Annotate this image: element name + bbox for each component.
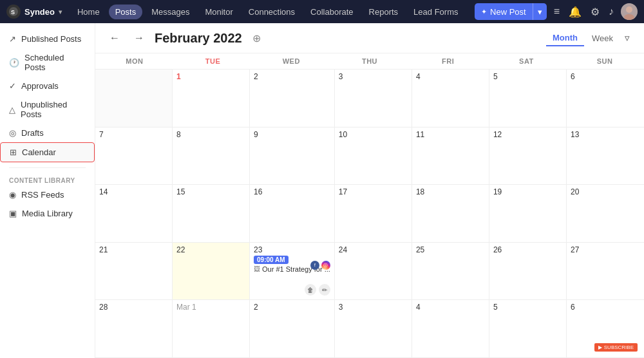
prev-month-button[interactable]: ←: [106, 31, 124, 45]
calendar-cell-14[interactable]: 14: [95, 185, 173, 243]
week-view-button[interactable]: Week: [585, 31, 620, 46]
calendar-cell-24[interactable]: 24: [335, 243, 412, 301]
day-label-tue: TUE: [174, 53, 252, 69]
nav-reports[interactable]: Reports: [363, 5, 405, 19]
app-chevron: ▾: [59, 8, 62, 15]
sidebar-item-rss-feeds[interactable]: ◉ RSS Feeds: [0, 185, 95, 204]
nav-lead-forms[interactable]: Lead Forms: [407, 5, 464, 19]
sidebar-item-approvals[interactable]: ✓ Approvals: [0, 77, 95, 95]
nav-messages[interactable]: Messages: [145, 5, 196, 19]
month-view-button[interactable]: Month: [546, 30, 584, 46]
calendar-header: ← → February 2022 ⊕ Month Week ▿: [95, 23, 644, 53]
nav-posts[interactable]: Posts: [109, 5, 143, 19]
calendar-cell-20[interactable]: 20: [567, 185, 644, 243]
calendar-cell-4[interactable]: 4: [412, 70, 489, 127]
nav-right: ✦ New Post ▾ ≡ 🔔 ⚙ ♪: [475, 3, 638, 20]
nav-connections[interactable]: Connections: [242, 5, 301, 19]
cell-number: 20: [571, 187, 640, 196]
calendar-cell-9[interactable]: 9: [250, 127, 335, 185]
event-edit-icon[interactable]: ✏: [319, 284, 330, 296]
calendar-cell-22[interactable]: 22: [173, 243, 250, 301]
calendar-cell-25[interactable]: 25: [412, 243, 489, 301]
calendar-cell-31[interactable]: 3: [335, 300, 412, 358]
calendar-cell-17[interactable]: 17: [335, 185, 412, 243]
cell-number: 11: [416, 130, 485, 139]
calendar-grid: 123456789101112131415161718192021222309:…: [95, 70, 644, 358]
sidebar-item-calendar[interactable]: ⊞ Calendar: [0, 142, 95, 162]
sidebar-item-published-posts[interactable]: ↗ Published Posts: [0, 30, 95, 48]
calendar-search-icon[interactable]: ⊕: [252, 32, 261, 44]
cell-number: 5: [493, 303, 562, 312]
rss-feeds-icon: ◉: [9, 190, 16, 200]
nav-monitor[interactable]: Monitor: [198, 5, 239, 19]
cell-number: 21: [99, 245, 168, 254]
calendar-cell-21[interactable]: 21: [95, 243, 173, 301]
subscribe-badge: ▶ SUBSCRIBE: [594, 343, 638, 352]
cell-number: 5: [493, 72, 562, 81]
calendar-cell-0[interactable]: [95, 70, 173, 127]
calendar-cell-8[interactable]: 8: [173, 127, 250, 185]
calendar-cell-3[interactable]: 3: [335, 70, 412, 127]
user-avatar[interactable]: [621, 3, 638, 20]
day-label-fri: FRI: [409, 53, 488, 69]
next-month-button[interactable]: →: [130, 31, 148, 45]
calendar-cell-27[interactable]: 27: [567, 243, 644, 301]
svg-text:S: S: [11, 9, 15, 15]
sidebar-item-drafts[interactable]: ◎ Drafts: [0, 124, 95, 142]
calendar-cell-1[interactable]: 1: [173, 70, 250, 127]
sidebar-item-media-library[interactable]: ▣ Media Library: [0, 204, 95, 223]
calendar-cell-32[interactable]: 4: [412, 300, 489, 358]
nav-collaborate[interactable]: Collaborate: [304, 5, 360, 19]
calendar-cell-28[interactable]: 28: [95, 300, 173, 358]
calendar-cell-15[interactable]: 15: [173, 185, 250, 243]
calendar-cell-18[interactable]: 18: [412, 185, 489, 243]
nav-home[interactable]: Home: [71, 5, 106, 19]
calendar-cell-19[interactable]: 19: [489, 185, 567, 243]
app-name: Syndeo: [24, 7, 55, 17]
sidebar-divider: [9, 167, 86, 168]
calendar-cell-33[interactable]: 5: [489, 300, 567, 358]
cell-number: 4: [416, 72, 485, 81]
view-toggles: Month Week ▿: [546, 30, 634, 46]
sidebar-item-scheduled-posts[interactable]: 🕐 Scheduled Posts: [0, 48, 95, 77]
calendar-cell-11[interactable]: 11: [412, 127, 489, 185]
notification-icon-btn[interactable]: 🔔: [567, 6, 583, 18]
calendar-title: February 2022: [155, 31, 242, 46]
help-icon-btn[interactable]: ♪: [607, 6, 616, 17]
calendar-cell-16[interactable]: 16: [250, 185, 335, 243]
subscribe-icon: ▶: [598, 344, 602, 350]
new-post-dropdown-arrow[interactable]: ▾: [533, 3, 547, 20]
calendar-cell-7[interactable]: 7: [95, 127, 173, 185]
calendar-cell-29[interactable]: Mar 1: [173, 300, 250, 358]
day-label-sat: SAT: [488, 53, 566, 69]
new-post-button[interactable]: ✦ New Post ▾: [475, 3, 547, 20]
sidebar-label-media: Media Library: [22, 209, 73, 218]
calendar-grid-container: MON TUE WED THU FRI SAT SUN 123456789101…: [95, 53, 644, 358]
calendar-cell-23[interactable]: 2309:00 AMf◎🖼Our #1 Strategy for ...🗑✏: [250, 243, 335, 301]
calendar-cell-2[interactable]: 2: [250, 70, 335, 127]
new-post-icon: ✦: [481, 8, 487, 16]
cell-number: 22: [176, 245, 245, 254]
cell-number: 18: [416, 187, 485, 196]
cell-number: 27: [571, 245, 640, 254]
logo[interactable]: S Syndeo ▾: [6, 5, 62, 19]
settings-icon-btn[interactable]: ⚙: [589, 6, 601, 18]
menu-icon-btn[interactable]: ≡: [552, 6, 562, 17]
event-social-icons: f◎: [310, 261, 330, 270]
calendar-cell-13[interactable]: 13: [567, 127, 644, 185]
calendar-cell-26[interactable]: 26: [489, 243, 567, 301]
day-label-mon: MON: [95, 53, 174, 69]
cell-number: 24: [339, 245, 408, 254]
instagram-icon: ◎: [321, 261, 330, 270]
event-delete-icon[interactable]: 🗑: [305, 284, 316, 296]
calendar-cell-12[interactable]: 12: [489, 127, 567, 185]
sidebar-item-unpublished-posts[interactable]: △ Unpublished Posts: [0, 95, 95, 124]
cell-number: 4: [416, 303, 485, 312]
calendar-cell-30[interactable]: 2: [250, 300, 335, 358]
sidebar-label-rss: RSS Feeds: [21, 190, 64, 200]
calendar-cell-5[interactable]: 5: [489, 70, 567, 127]
calendar-cell-6[interactable]: 6: [567, 70, 644, 127]
cell-number: 15: [176, 187, 245, 196]
filter-button[interactable]: ▿: [621, 30, 634, 46]
calendar-cell-10[interactable]: 10: [335, 127, 412, 185]
